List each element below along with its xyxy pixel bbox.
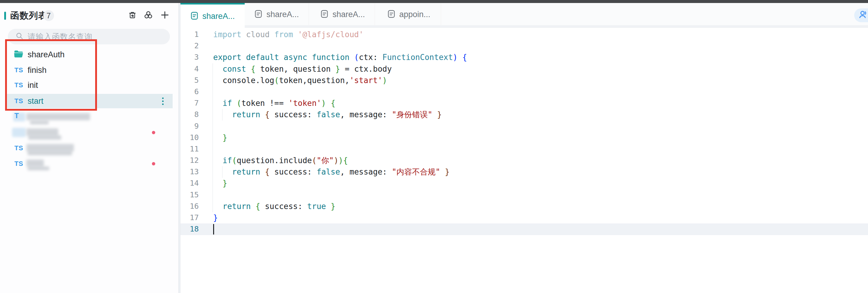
typescript-badge: TS [14,97,23,105]
tab-label: shareA... [203,12,235,21]
sidebar-item-folder-shareauth[interactable]: shareAuth [0,47,178,62]
redacted-label [28,151,72,155]
code-line[interactable]: } [213,132,467,143]
sidebar-item-function-init[interactable]: TS init [0,78,178,93]
redacted-label [26,144,74,151]
sidebar-item-redacted-3[interactable]: TS [0,141,178,155]
line-number: 8 [181,109,199,120]
add-function-button[interactable] [160,10,170,21]
tab-shareauth-active[interactable]: shareA... [181,3,245,28]
function-label: finish [28,66,46,75]
function-label: init [28,81,38,90]
function-list-sidebar: 函数列表 7 [0,3,178,293]
line-number: 12 [181,155,199,166]
user-icon [858,10,868,21]
file-icon [387,10,396,20]
tab-label: shareA... [332,10,365,19]
line-number: 17 [181,212,199,223]
line-number: 14 [181,178,199,189]
code-line[interactable]: export default async function (ctx: Func… [213,51,467,63]
tab-shareauth-3[interactable]: shareA... [311,3,375,26]
redacted-label [30,120,49,124]
tab-appointment[interactable]: appoin... [377,3,441,26]
line-number: 3 [181,51,199,63]
title-accent-bar [4,12,6,20]
line-number: 18 [181,223,199,235]
typescript-badge: TS [14,144,23,152]
code-line[interactable]: } [213,178,467,189]
line-number: 10 [181,132,199,143]
code-editor[interactable]: 123456789101112131415161718 import cloud… [181,28,868,293]
sidebar-header: 函数列表 7 [0,9,178,26]
search-icon [16,32,24,41]
redacted-label [26,159,44,167]
plus-icon [160,10,169,21]
sidebar-item-redacted-2[interactable] [0,125,178,140]
code-line[interactable]: } [213,212,467,223]
code-line[interactable]: if(question.include("你")){ [213,155,467,166]
sidebar-resize-handle[interactable] [178,3,181,293]
typescript-badge: TS [14,66,23,74]
window-top-strip [0,0,868,3]
code-line[interactable]: import cloud from '@lafjs/cloud' [213,29,467,40]
search-placeholder: 请输入函数名查询 [28,32,92,42]
sidebar-item-function-start[interactable]: TS start [0,94,178,108]
unpublished-dot [152,162,155,166]
unpublished-dot [152,131,155,134]
function-label: start [28,97,43,106]
sidebar-item-function-finish[interactable]: TS finish [0,63,178,77]
tab-label: shareA... [266,10,299,19]
trash-icon [128,11,136,21]
indent-guide [213,63,213,212]
sidebar-item-redacted-1[interactable]: T [0,110,178,124]
code-line[interactable] [213,40,467,51]
line-number: 11 [181,143,199,155]
code-line[interactable]: return { success: false, message: "身份错误"… [213,109,467,120]
user-avatar-button[interactable] [854,8,868,22]
text-cursor [213,224,214,234]
line-number: 5 [181,75,199,86]
function-count-badge: 7 [43,10,54,21]
line-number: 15 [181,189,199,200]
line-number: 9 [181,120,199,132]
code-line[interactable] [213,143,467,155]
sidebar-item-redacted-4[interactable]: TS [0,156,178,171]
typescript-badge-partial: T [14,112,19,120]
code-line[interactable]: return { success: false, message: "内容不合规… [213,166,467,178]
typescript-badge: TS [14,81,23,89]
code-line[interactable] [213,120,467,132]
code-line[interactable] [213,189,467,200]
folder-icon [14,50,24,60]
code-line[interactable] [213,223,467,235]
laf-function-ide: { "app": { "accent_color": "#12a09c", "t… [0,0,868,293]
code-line[interactable]: console.log(token,question,'start') [213,75,467,86]
tabbar-bottom-divider [245,25,868,28]
file-icon [320,10,329,20]
line-number: 13 [181,166,199,178]
function-search-input[interactable]: 请输入函数名查询 [8,29,170,44]
file-icon [254,10,262,20]
recycle-bin-button[interactable] [127,10,137,21]
line-number: 7 [181,98,199,109]
function-list-title: 函数列表 [10,10,48,22]
line-number: 4 [181,63,199,75]
line-number: 6 [181,86,199,98]
code-line[interactable] [213,86,467,98]
redacted-label [28,167,49,170]
code-line[interactable]: if (token !== 'token') { [213,98,467,109]
folder-label: shareAuth [28,50,65,60]
editor-tab-bar: shareA... shareA... shareA... appoin... [181,3,868,26]
dependency-button[interactable] [143,10,153,21]
more-options-button[interactable] [158,96,167,106]
typescript-badge: TS [14,160,23,168]
tab-label: appoin... [399,10,431,19]
code-content[interactable]: import cloud from '@lafjs/cloud'export d… [213,29,467,235]
line-number: 1 [181,29,199,40]
code-line[interactable]: const { token, question } = ctx.body [213,63,467,75]
dependency-icon [144,10,153,21]
line-number: 16 [181,200,199,212]
tab-shareauth-2[interactable]: shareA... [245,3,309,26]
code-line[interactable]: return { success: true } [213,200,467,212]
file-icon [190,11,198,21]
line-number-gutter: 123456789101112131415161718 [181,29,199,235]
